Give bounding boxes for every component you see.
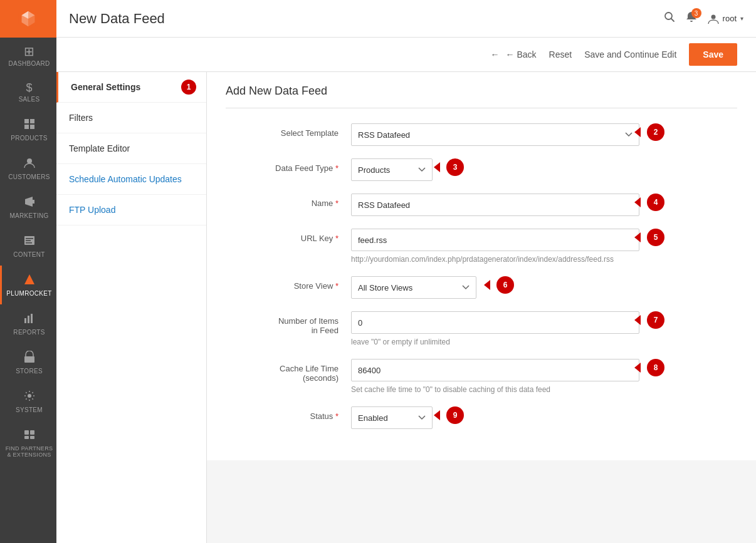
- reports-icon: [23, 312, 36, 326]
- number-of-items-wrap: leave "0" or empty if unlimited: [351, 311, 639, 346]
- cache-life-time-wrap: Set cache life time to "0" to disable ca…: [351, 359, 639, 394]
- form-row-data-feed-type: Data Feed Type Products Categories Order…: [226, 158, 737, 181]
- left-panel: General Settings 1 Filters Template Edit…: [56, 72, 207, 543]
- sidebar-item-dashboard[interactable]: ⊞ DASHBOARD: [0, 38, 56, 75]
- svg-rect-23: [24, 430, 29, 435]
- form-section-general: Add New Data Feed Select Template RSS Da…: [207, 72, 756, 460]
- form-row-cache-life-time: Cache Life Time(seconds) Set cache life …: [226, 359, 737, 394]
- svg-point-28: [711, 14, 715, 19]
- sidebar-item-products[interactable]: PRODUCTS: [0, 110, 56, 149]
- topbar: New Data Feed 3 root: [56, 0, 756, 38]
- sidebar-item-content[interactable]: CONTENT: [0, 227, 56, 266]
- left-panel-item-ftp-upload[interactable]: FTP Upload: [56, 195, 206, 225]
- back-button[interactable]: ← ← Back: [491, 49, 537, 59]
- products-icon: [23, 118, 36, 132]
- sidebar-item-marketing[interactable]: MARKETING: [0, 188, 56, 227]
- left-panel-item-filters[interactable]: Filters: [56, 103, 206, 133]
- svg-rect-8: [30, 125, 34, 129]
- number-of-items-hint: leave "0" or empty if unlimited: [351, 338, 639, 346]
- left-panel-item-schedule[interactable]: Schedule Automatic Updates: [56, 164, 206, 195]
- number-of-items-input[interactable]: [351, 311, 639, 334]
- svg-rect-6: [30, 119, 34, 123]
- svg-rect-13: [26, 238, 33, 239]
- cache-life-time-hint: Set cache life time to "0" to disable ca…: [351, 385, 639, 394]
- url-key-input[interactable]: [351, 229, 639, 251]
- sidebar-item-customers[interactable]: CUSTOMERS: [0, 149, 56, 188]
- select-template-wrap: RSS Datafeed Google Shopping Custom: [351, 123, 639, 146]
- svg-rect-14: [26, 240, 31, 242]
- notification-button[interactable]: 3: [685, 11, 698, 26]
- step-5-indicator: 5: [647, 229, 664, 246]
- left-panel-item-general-settings[interactable]: General Settings 1: [56, 72, 206, 103]
- content-area: General Settings 1 Filters Template Edit…: [56, 72, 756, 543]
- page-title: New Data Feed: [69, 11, 165, 27]
- step-8-indicator: 8: [647, 359, 664, 376]
- svg-rect-24: [30, 430, 34, 435]
- reset-label: Reset: [549, 49, 572, 59]
- form-row-store-view: Store View All Store Views Default Store…: [226, 276, 737, 299]
- user-dropdown-icon: ▾: [740, 15, 743, 22]
- save-button[interactable]: Save: [689, 43, 737, 66]
- svg-point-9: [27, 158, 32, 163]
- svg-rect-19: [31, 314, 33, 323]
- name-input[interactable]: [351, 194, 639, 216]
- svg-rect-15: [26, 242, 32, 244]
- sales-icon: $: [26, 82, 32, 93]
- number-of-items-label: Number of Itemsin Feed: [226, 311, 351, 335]
- topbar-actions: 3 root ▾: [664, 11, 743, 26]
- url-key-hint: http://yourdomian.com/index.php/prdatage…: [351, 255, 639, 264]
- status-input[interactable]: Enabled Disabled: [351, 406, 433, 429]
- back-icon: ←: [491, 49, 500, 59]
- form-row-select-template: Select Template RSS Datafeed Google Shop…: [226, 123, 737, 146]
- cache-life-time-label: Cache Life Time(seconds): [226, 359, 351, 383]
- name-label: Name: [226, 194, 351, 208]
- find-partners-icon: [23, 428, 36, 443]
- step-9-indicator: 9: [446, 406, 464, 424]
- sidebar-logo[interactable]: [0, 0, 56, 38]
- user-label: root: [723, 14, 737, 23]
- status-wrap: Enabled Disabled: [351, 406, 439, 429]
- marketing-icon: [23, 195, 36, 210]
- step-6-indicator: 6: [496, 276, 514, 294]
- name-wrap: [351, 194, 639, 216]
- svg-marker-10: [25, 197, 33, 207]
- data-feed-type-input[interactable]: Products Categories Orders: [351, 158, 433, 181]
- store-view-input[interactable]: All Store Views Default Store View: [351, 276, 476, 299]
- user-menu-button[interactable]: root ▾: [708, 13, 743, 24]
- save-continue-button[interactable]: Save and Continue Edit: [584, 49, 676, 59]
- sidebar: ⊞ DASHBOARD $ SALES PRODUCTS CUSTOMERS M…: [0, 0, 56, 543]
- sidebar-item-stores[interactable]: STORES: [0, 343, 56, 382]
- user-icon: [708, 13, 719, 24]
- stores-icon: [23, 351, 36, 365]
- step-3-indicator: 3: [446, 158, 464, 176]
- svg-rect-7: [24, 125, 29, 129]
- step-indicator-1: 1: [181, 80, 196, 95]
- step-4-indicator: 4: [647, 194, 664, 211]
- svg-rect-5: [24, 119, 29, 123]
- form-area: Add New Data Feed Select Template RSS Da…: [207, 72, 756, 543]
- select-template-input[interactable]: RSS Datafeed Google Shopping Custom: [351, 123, 639, 146]
- search-button[interactable]: [664, 11, 675, 26]
- svg-rect-26: [30, 436, 34, 439]
- svg-point-27: [665, 13, 672, 19]
- sidebar-item-plumrocket[interactable]: PLUMROCKET: [0, 266, 56, 304]
- step-2-indicator: 2: [647, 123, 664, 141]
- store-view-label: Store View: [226, 276, 351, 291]
- sidebar-item-find-partners[interactable]: FIND PARTNERS & EXTENSIONS: [0, 421, 56, 465]
- svg-rect-17: [24, 318, 26, 323]
- notification-badge: 3: [691, 8, 701, 18]
- svg-rect-18: [28, 316, 29, 323]
- sidebar-item-reports[interactable]: REPORTS: [0, 304, 56, 343]
- svg-rect-21: [24, 356, 34, 363]
- reset-button[interactable]: Reset: [549, 49, 572, 59]
- svg-rect-20: [34, 317, 34, 318]
- sidebar-item-sales[interactable]: $ SALES: [0, 75, 56, 110]
- form-row-status: Status Enabled Disabled 9: [226, 406, 737, 429]
- cache-life-time-input[interactable]: [351, 359, 639, 381]
- sidebar-item-system[interactable]: SYSTEM: [0, 382, 56, 421]
- search-icon: [664, 11, 675, 23]
- main-content: New Data Feed 3 root: [56, 0, 756, 543]
- left-panel-item-template-editor[interactable]: Template Editor: [56, 133, 206, 164]
- svg-point-22: [28, 394, 31, 398]
- dashboard-icon: ⊞: [24, 45, 34, 58]
